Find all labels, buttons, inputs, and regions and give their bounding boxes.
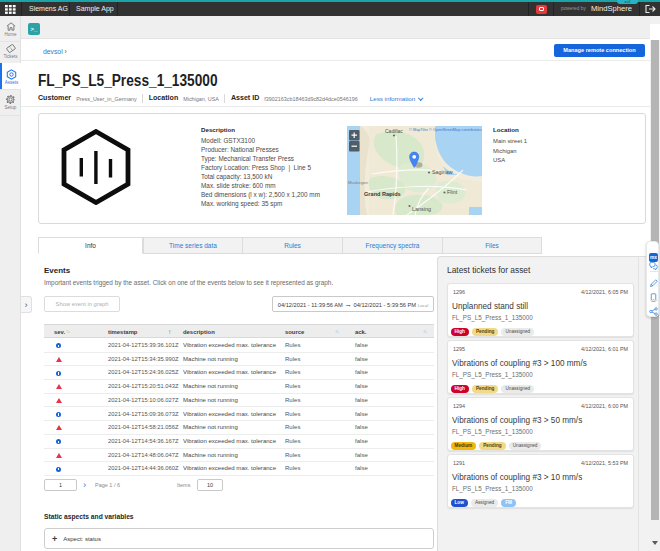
svg-text:© MapTiler © OpenStreetMap con: © MapTiler © OpenStreetMap contributors <box>409 127 482 132</box>
svg-text:Saginaw: Saginaw <box>432 169 453 175</box>
svg-text:Cadillac: Cadillac <box>385 128 403 134</box>
svg-text:Flint: Flint <box>447 189 458 195</box>
svg-text:Lansing: Lansing <box>412 206 431 212</box>
svg-text:Grand Rapids: Grand Rapids <box>364 191 401 197</box>
svg-text:Muskegon: Muskegon <box>348 180 368 185</box>
